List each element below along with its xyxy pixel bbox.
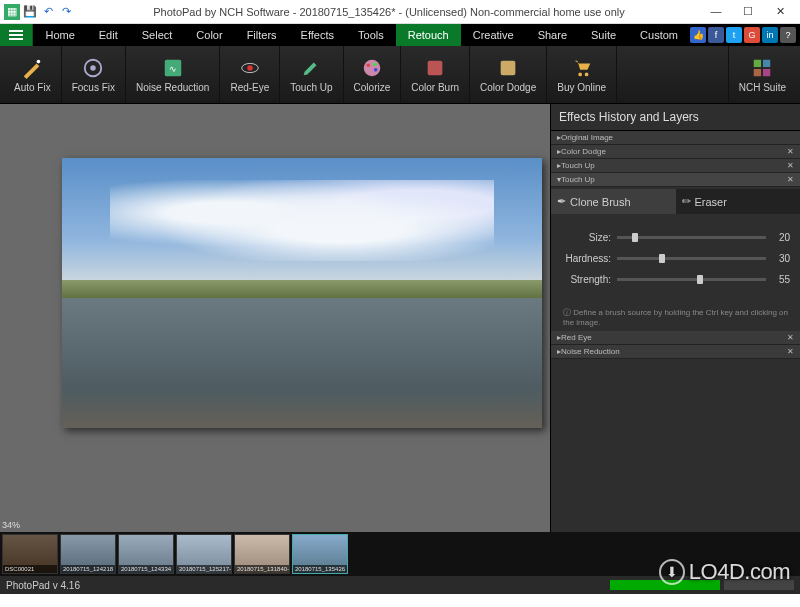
slider-strength[interactable]: Strength: 55: [561, 274, 790, 285]
colordodge-button[interactable]: Color Dodge: [470, 46, 547, 103]
download-icon: ⬇: [659, 559, 685, 585]
layer-colordodge[interactable]: ▸ Color Dodge✕: [551, 145, 800, 159]
thumbnail[interactable]: 20180715_124218: [60, 534, 116, 574]
app-icon: ▦: [4, 4, 20, 20]
touchup-button[interactable]: Touch Up: [280, 46, 343, 103]
linkedin-icon[interactable]: in: [762, 27, 778, 43]
watermark: ⬇ LO4D.com: [659, 559, 790, 585]
slider-hardness[interactable]: Hardness: 30: [561, 253, 790, 264]
tool-tabs: ✒Clone Brush ✏Eraser: [551, 189, 800, 214]
dodge-icon: [497, 57, 519, 79]
menu-color[interactable]: Color: [184, 24, 234, 46]
window-title: PhotoPad by NCH Software - 20180715_1354…: [74, 6, 704, 18]
menu-select[interactable]: Select: [130, 24, 185, 46]
thumbnail[interactable]: 20180715_131840-Pano: [234, 534, 290, 574]
label: Auto Fix: [14, 82, 51, 93]
eraser-icon: ✏: [682, 195, 691, 208]
minimize-button[interactable]: —: [704, 5, 728, 18]
svg-point-9: [373, 62, 377, 66]
menu-home[interactable]: Home: [33, 24, 86, 46]
menu-filters[interactable]: Filters: [235, 24, 289, 46]
ribbon-toolbar: Auto Fix Focus Fix ∿ Noise Reduction Red…: [0, 46, 800, 104]
brush-sliders: Size: 20 Hardness: 30 Strength: 55: [551, 214, 800, 303]
label: Color Dodge: [480, 82, 536, 93]
canvas-image[interactable]: [62, 158, 542, 428]
eye-icon: [239, 57, 261, 79]
svg-point-6: [247, 65, 253, 71]
svg-point-2: [91, 65, 97, 71]
colorize-button[interactable]: Colorize: [344, 46, 402, 103]
svg-point-8: [366, 63, 370, 67]
label: Red-Eye: [230, 82, 269, 93]
facebook-icon[interactable]: f: [708, 27, 724, 43]
layer-original[interactable]: ▸ Original Image: [551, 131, 800, 145]
brush-icon: ✒: [557, 195, 566, 208]
menu-custom[interactable]: Custom: [628, 24, 690, 46]
suite-icon: [751, 57, 773, 79]
version-label: PhotoPad v 4.16: [6, 580, 80, 591]
svg-rect-16: [763, 59, 770, 66]
colorburn-button[interactable]: Color Burn: [401, 46, 470, 103]
app-menu-button[interactable]: [0, 24, 33, 46]
menu-effects[interactable]: Effects: [289, 24, 346, 46]
undo-icon[interactable]: ↶: [40, 4, 56, 20]
window-controls: — ☐ ✕: [704, 5, 796, 18]
svg-rect-18: [763, 68, 770, 75]
target-icon: [82, 57, 104, 79]
burn-icon: [424, 57, 446, 79]
autofix-button[interactable]: Auto Fix: [4, 46, 62, 103]
tab-eraser[interactable]: ✏Eraser: [676, 189, 801, 214]
zoom-level: 34%: [2, 520, 20, 530]
label: Buy Online: [557, 82, 606, 93]
svg-rect-12: [501, 60, 516, 75]
menu-edit[interactable]: Edit: [87, 24, 130, 46]
nch-suite-button[interactable]: NCH Suite: [728, 46, 796, 103]
svg-point-10: [374, 68, 378, 72]
menu-creative[interactable]: Creative: [461, 24, 526, 46]
menu-retouch[interactable]: Retouch: [396, 24, 461, 46]
social-icons: 👍 f t G in ?: [690, 24, 800, 46]
redo-icon[interactable]: ↷: [58, 4, 74, 20]
save-icon[interactable]: 💾: [22, 4, 38, 20]
twitter-icon[interactable]: t: [726, 27, 742, 43]
layer-touchup-1[interactable]: ▸ Touch Up✕: [551, 159, 800, 173]
label: Color Burn: [411, 82, 459, 93]
label: Noise Reduction: [136, 82, 209, 93]
maximize-button[interactable]: ☐: [736, 5, 760, 18]
google-icon[interactable]: G: [744, 27, 760, 43]
label: Touch Up: [290, 82, 332, 93]
svg-point-14: [584, 72, 588, 76]
svg-point-7: [364, 59, 381, 76]
menu-tools[interactable]: Tools: [346, 24, 396, 46]
thumbnail[interactable]: 20180715_124334: [118, 534, 174, 574]
buy-online-button[interactable]: Buy Online: [547, 46, 617, 103]
thumbnail[interactable]: 20180715_125217-Pano: [176, 534, 232, 574]
focusfix-button[interactable]: Focus Fix: [62, 46, 126, 103]
quick-access-toolbar: ▦ 💾 ↶ ↷: [4, 4, 74, 20]
canvas-area[interactable]: 34%: [0, 104, 550, 532]
collapsed-noise[interactable]: ▸ Noise Reduction✕: [551, 345, 800, 359]
close-button[interactable]: ✕: [768, 5, 792, 18]
layer-touchup-2[interactable]: ▾ Touch Up✕: [551, 173, 800, 187]
redeye-button[interactable]: Red-Eye: [220, 46, 280, 103]
slider-size[interactable]: Size: 20: [561, 232, 790, 243]
cart-icon: [571, 57, 593, 79]
effects-panel: Effects History and Layers ▸ Original Im…: [550, 104, 800, 532]
palette-icon: [361, 57, 383, 79]
help-icon[interactable]: ?: [780, 27, 796, 43]
panel-title: Effects History and Layers: [551, 104, 800, 131]
label: Colorize: [354, 82, 391, 93]
collapsed-redeye[interactable]: ▸ Red Eye✕: [551, 331, 800, 345]
thumbnail[interactable]: 20180715_135426: [292, 534, 348, 574]
svg-point-13: [578, 72, 582, 76]
tab-clone-brush[interactable]: ✒Clone Brush: [551, 189, 676, 214]
menu-suite[interactable]: Suite: [579, 24, 628, 46]
thumbnail[interactable]: DSC00021: [2, 534, 58, 574]
label: Focus Fix: [72, 82, 115, 93]
menu-share[interactable]: Share: [526, 24, 579, 46]
brush-hint: ⓘ Define a brush source by holding the C…: [551, 303, 800, 331]
noise-icon: ∿: [162, 57, 184, 79]
titlebar: ▦ 💾 ↶ ↷ PhotoPad by NCH Software - 20180…: [0, 0, 800, 24]
noise-reduction-button[interactable]: ∿ Noise Reduction: [126, 46, 220, 103]
like-icon[interactable]: 👍: [690, 27, 706, 43]
